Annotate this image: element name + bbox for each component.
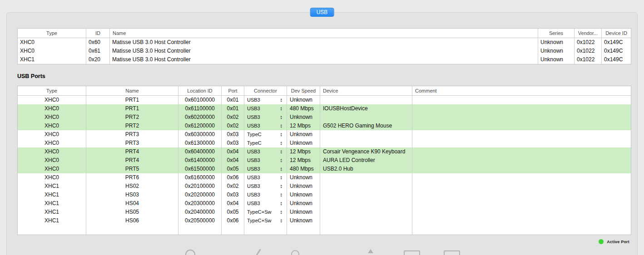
port-row[interactable]: XHC1HS020x201000000x02USB3▲▼Unknown [18, 182, 631, 191]
connector-stepper-icon[interactable]: ▲▼ [278, 98, 282, 102]
connector-stepper-icon[interactable]: ▲▼ [278, 141, 282, 145]
controllers-col-header[interactable]: Type [18, 29, 86, 38]
empty-cell [18, 225, 86, 235]
port-cell-comment [412, 173, 631, 182]
port-row[interactable]: XHC0PRT40x614000000x04USB3▲▼12 MbpsAURA … [18, 156, 631, 165]
connector-stepper-icon[interactable]: ▲▼ [278, 184, 282, 188]
ports-header-row: TypeNameLocation IDPortConnectorDev Spee… [18, 86, 631, 96]
controllers-header-row: TypeIDNameSeriesVendor...Device ID [18, 29, 631, 38]
connector-stepper-icon[interactable]: ▲▼ [278, 193, 282, 197]
port-row[interactable]: XHC0PRT60x616000000x06USB3▲▼Unknown [18, 173, 631, 182]
ports-col-header[interactable]: Location ID [178, 86, 222, 96]
ports-col-header[interactable]: Port [222, 86, 244, 96]
connector-stepper-icon[interactable]: ▲▼ [278, 201, 282, 206]
port-row[interactable]: XHC0PRT40x604000000x04USB3▲▼12 MbpsCorsa… [18, 147, 631, 156]
port-cell-comment [412, 208, 631, 216]
tab-usb[interactable]: USB [310, 8, 334, 17]
port-row[interactable]: XHC0PRT30x603000000x03TypeC▲▼Unknown [18, 130, 631, 139]
port-cell-dev_speed: 480 Mbps [287, 165, 320, 173]
upload-icon[interactable] [368, 249, 373, 253]
port-connector-cell: USB3▲▼ [244, 199, 287, 208]
port-cell-location_id: 0x60200000 [178, 113, 222, 122]
connector-stepper-icon[interactable]: ▲▼ [278, 210, 282, 214]
port-cell-name: HS04 [86, 199, 178, 208]
port-cell-dev_speed: Unknown [287, 96, 320, 105]
ports-col-header[interactable]: Dev Speed [287, 86, 320, 96]
port-cell-comment [412, 113, 631, 122]
active-port-dot [599, 239, 604, 244]
connector-stepper-icon[interactable]: ▲▼ [278, 150, 282, 154]
port-cell-port: 0x06 [222, 216, 244, 225]
empty-cell [86, 225, 178, 235]
port-row[interactable]: XHC0PRT30x613000000x03TypeC▲▼Unknown [18, 139, 631, 147]
port-connector-cell: USB3▲▼ [244, 173, 287, 182]
controllers-col-header[interactable]: ID [86, 29, 110, 38]
port-cell-name: HS03 [86, 191, 178, 199]
window-background: { "tab": { "label": "USB" }, "controller… [0, 0, 644, 255]
port-row[interactable]: XHC1HS030x202000000x03USB3▲▼Unknown [18, 191, 631, 199]
ports-col-header[interactable]: Comment [412, 86, 631, 96]
port-cell-comment [412, 130, 631, 139]
connector-stepper-icon[interactable]: ▲▼ [278, 167, 282, 171]
port-connector-cell: USB3▲▼ [244, 147, 287, 156]
controller-cell: Unknown [538, 55, 575, 64]
controller-cell: 0x60 [86, 38, 110, 47]
connector-value: USB3 [247, 199, 278, 208]
port-row[interactable]: XHC0PRT10x611000000x01USB3▲▼480 MbpsIOUS… [18, 104, 631, 113]
port-cell-type: XHC0 [18, 96, 86, 105]
connector-value: TypeC [247, 130, 278, 139]
port-cell-port: 0x02 [222, 182, 244, 191]
window-icon[interactable] [404, 250, 420, 255]
connector-value: TypeC+Sw [247, 208, 278, 216]
window-icon[interactable] [444, 250, 460, 255]
port-cell-type: XHC0 [18, 156, 86, 165]
port-cell-device [320, 96, 412, 105]
port-cell-port: 0x01 [222, 96, 244, 105]
connector-stepper-icon[interactable]: ▲▼ [278, 107, 282, 111]
controller-row[interactable]: XHC00x60Matisse USB 3.0 Host ControllerU… [18, 38, 631, 47]
controller-cell: XHC0 [18, 38, 86, 47]
port-row[interactable]: XHC0PRT20x612000000x02USB3▲▼12 MbpsG502 … [18, 122, 631, 130]
ports-col-header[interactable]: Name [86, 86, 178, 96]
port-cell-name: HS06 [86, 216, 178, 225]
port-cell-comment [412, 199, 631, 208]
port-cell-port: 0x03 [222, 139, 244, 147]
connector-stepper-icon[interactable]: ▲▼ [278, 124, 282, 128]
port-row[interactable]: XHC1HS050x204000000x05TypeC+Sw▲▼Unknown [18, 208, 631, 216]
ports-col-header[interactable]: Type [18, 86, 86, 96]
controller-cell: Matisse USB 3.0 Host Controller [110, 55, 538, 64]
port-cell-device: Corsair Vengeance K90 Keyboard [320, 147, 412, 156]
port-row[interactable]: XHC1HS060x205000000x06TypeC+Sw▲▼Unknown [18, 216, 631, 225]
controller-row[interactable]: XHC00x61Matisse USB 3.0 Host ControllerU… [18, 47, 631, 55]
controller-row[interactable]: XHC10x20Matisse USB 3.0 Host ControllerU… [18, 55, 631, 64]
controllers-col-header[interactable]: Name [110, 29, 538, 38]
port-connector-cell: USB3▲▼ [244, 104, 287, 113]
ports-col-header[interactable]: Device [320, 86, 412, 96]
port-row[interactable]: XHC0PRT50x615000000x05USB3▲▼480 MbpsUSB2… [18, 165, 631, 173]
port-cell-name: PRT3 [86, 139, 178, 147]
port-cell-port: 0x04 [222, 156, 244, 165]
port-row[interactable]: XHC0PRT10x601000000x01USB3▲▼Unknown [18, 96, 631, 105]
port-connector-cell: USB3▲▼ [244, 182, 287, 191]
controllers-col-header[interactable]: Vendor... [575, 29, 602, 38]
port-cell-device [320, 113, 412, 122]
port-cell-name: PRT4 [86, 156, 178, 165]
connector-stepper-icon[interactable]: ▲▼ [278, 158, 282, 162]
empty-cell [178, 225, 222, 235]
connector-stepper-icon[interactable]: ▲▼ [278, 132, 282, 137]
ports-col-header[interactable]: Connector [244, 86, 287, 96]
controllers-col-header[interactable]: Device ID [602, 29, 631, 38]
connector-stepper-icon[interactable]: ▲▼ [278, 115, 282, 119]
usb-panel: TypeIDNameSeriesVendor...Device ID XHC00… [6, 12, 638, 255]
usb-ports-title: USB Ports [17, 73, 45, 79]
port-row[interactable]: XHC1HS040x203000000x04USB3▲▼Unknown [18, 199, 631, 208]
port-row[interactable]: XHC0PRT20x602000000x02USB3▲▼Unknown [18, 113, 631, 122]
port-cell-type: XHC0 [18, 165, 86, 173]
port-cell-location_id: 0x60400000 [178, 147, 222, 156]
empty-cell [287, 225, 320, 235]
power-icon[interactable] [291, 250, 299, 255]
connector-stepper-icon[interactable]: ▲▼ [278, 219, 282, 223]
connector-stepper-icon[interactable]: ▲▼ [278, 176, 282, 180]
controllers-col-header[interactable]: Series [538, 29, 575, 38]
port-cell-type: XHC1 [18, 216, 86, 225]
